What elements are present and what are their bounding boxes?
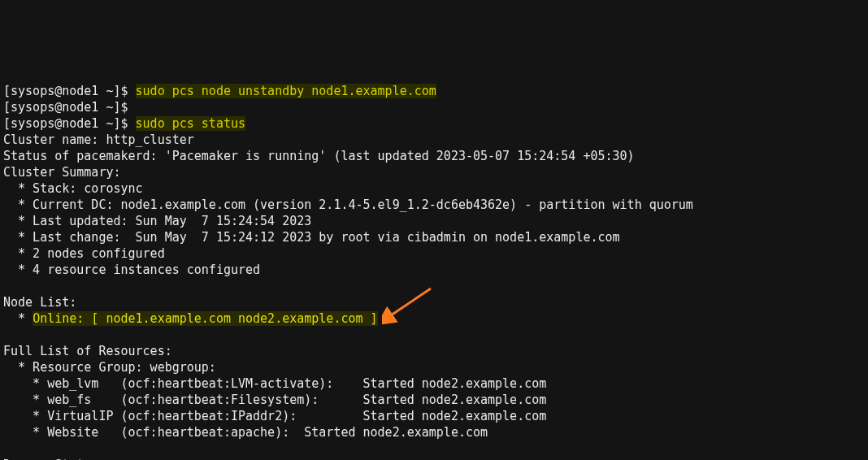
- out-summary-hdr: Cluster Summary:: [3, 165, 121, 180]
- terminal[interactable]: [sysops@node1 ~]$ sudo pcs node unstandb…: [0, 81, 868, 460]
- out-stack: * Stack: corosync: [3, 181, 143, 196]
- out-vip: * VirtualIP (ocf:heartbeat:IPaddr2): Sta…: [3, 409, 546, 423]
- out-last-updated: * Last updated: Sun May 7 15:24:54 2023: [3, 214, 311, 228]
- svg-line-0: [388, 289, 431, 317]
- out-nodelist-hdr: Node List:: [3, 295, 76, 310]
- out-res-cfg: * 4 resource instances configured: [3, 263, 260, 277]
- out-reslist-hdr: Full List of Resources:: [3, 344, 172, 358]
- out-pacemakerd: Status of pacemakerd: 'Pacemaker is runn…: [3, 149, 635, 163]
- prompt-line-3: [sysops@node1 ~]$ sudo pcs status: [3, 116, 245, 131]
- annotation-arrow-icon: [382, 284, 439, 325]
- out-cluster-name: Cluster name: http_cluster: [3, 132, 194, 147]
- out-nodes-cfg: * 2 nodes configured: [3, 246, 165, 261]
- out-web-lvm: * web_lvm (ocf:heartbeat:LVM-activate): …: [3, 376, 546, 391]
- out-website: * Website (ocf:heartbeat:apache): Starte…: [3, 425, 488, 440]
- prompt-line-2: [sysops@node1 ~]$: [3, 100, 128, 115]
- online-nodes: Online: [ node1.example.com node2.exampl…: [33, 311, 377, 326]
- cmd-status: sudo pcs status: [136, 116, 245, 131]
- out-last-change: * Last change: Sun May 7 15:24:12 2023 b…: [3, 230, 620, 245]
- out-resgroup: * Resource Group: webgroup:: [3, 360, 216, 375]
- out-online-line: * Online: [ node1.example.com node2.exam…: [3, 311, 378, 326]
- prompt-line-1: [sysops@node1 ~]$ sudo pcs node unstandb…: [3, 84, 436, 98]
- out-dc: * Current DC: node1.example.com (version…: [3, 197, 693, 212]
- out-web-fs: * web_fs (ocf:heartbeat:Filesystem): Sta…: [3, 393, 546, 407]
- cmd-unstandby: sudo pcs node unstandby node1.example.co…: [136, 84, 436, 98]
